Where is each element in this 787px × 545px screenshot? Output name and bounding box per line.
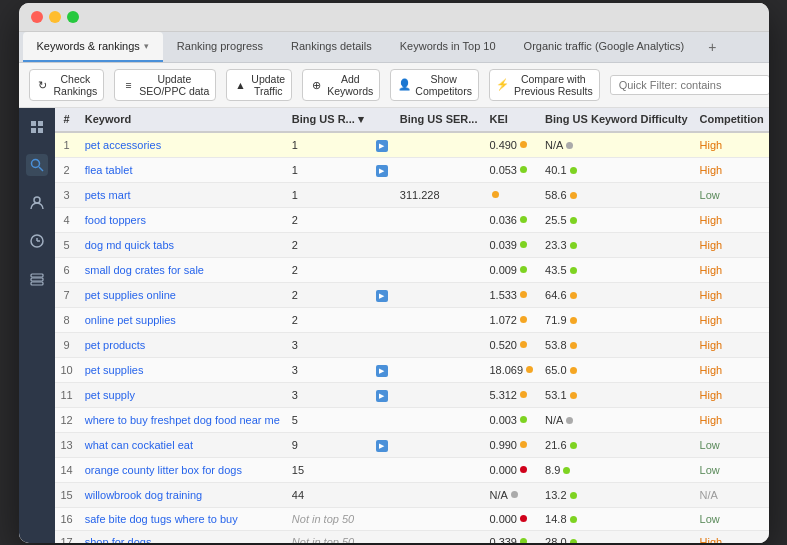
filter-area [610,75,769,95]
cell-competition: High [694,357,769,382]
cell-play [370,457,394,482]
cell-play[interactable] [370,282,394,307]
cell-bing-r: Not in top 50 [286,530,370,543]
table-header-row: # Keyword Bing US R... ▾ Bing US SER... … [55,108,769,132]
add-keywords-button[interactable]: ⊕ AddKeywords [302,69,380,101]
cell-play[interactable] [370,432,394,457]
cell-keyword[interactable]: dog md quick tabs [79,232,286,257]
cell-competition: High [694,132,769,158]
table-container[interactable]: # Keyword Bing US R... ▾ Bing US SER... … [55,108,769,543]
cell-bing-ser [394,382,484,407]
tab-label: Keywords in Top 10 [400,40,496,52]
cell-competition: High [694,232,769,257]
play-button[interactable] [376,440,388,452]
cell-kei [483,182,539,207]
plus-circle-icon: ⊕ [309,78,323,92]
cell-keyword[interactable]: pet supply [79,382,286,407]
cell-keyword[interactable]: pets mart [79,182,286,207]
traffic-icon: ▲ [233,78,247,92]
cell-rank: 11 [55,382,79,407]
update-traffic-button[interactable]: ▲ UpdateTraffic [226,69,292,101]
cell-bing-r: 2 [286,282,370,307]
col-competition[interactable]: Competition [694,108,769,132]
cell-kei: 0.490 [483,132,539,158]
cell-kei: 1.533 [483,282,539,307]
cell-keyword[interactable]: pet supplies online [79,282,286,307]
tab-label: Organic traffic (Google Analytics) [524,40,685,52]
cell-keyword[interactable]: pet supplies [79,357,286,382]
cell-play [370,207,394,232]
cell-play [370,232,394,257]
col-bing-ser[interactable]: Bing US SER... [394,108,484,132]
main-window: Keywords & rankings ▾ Ranking progress R… [19,3,769,543]
update-seo-ppc-button[interactable]: ≡ UpdateSEO/PPC data [114,69,216,101]
minimize-button[interactable] [49,11,61,23]
content-area: # Keyword Bing US R... ▾ Bing US SER... … [19,108,769,543]
cell-bing-ser [394,307,484,332]
cell-kei: 0.003 [483,407,539,432]
sidebar-icon-user[interactable] [26,192,48,214]
sidebar-icon-layers[interactable] [26,268,48,290]
cell-keyword[interactable]: where to buy freshpet dog food near me [79,407,286,432]
cell-keyword[interactable]: online pet supplies [79,307,286,332]
cell-keyword[interactable]: safe bite dog tugs where to buy [79,507,286,530]
cell-keyword[interactable]: what can cockatiel eat [79,432,286,457]
quick-filter-input[interactable] [610,75,769,95]
show-competitors-label: ShowCompetitors [415,73,472,97]
svg-rect-0 [31,121,36,126]
show-competitors-button[interactable]: 👤 ShowCompetitors [390,69,479,101]
svg-rect-2 [31,128,36,133]
cell-competition: High [694,407,769,432]
tab-keywords-rankings[interactable]: Keywords & rankings ▾ [23,32,163,62]
cell-keyword[interactable]: small dog crates for sale [79,257,286,282]
cell-keyword[interactable]: orange county litter box for dogs [79,457,286,482]
play-button[interactable] [376,290,388,302]
cell-competition: N/A [694,482,769,507]
compare-results-button[interactable]: ⚡ Compare withPrevious Results [489,69,600,101]
cell-play[interactable] [370,157,394,182]
cell-keyword[interactable]: pet accessories [79,132,286,158]
cell-bing-r: 2 [286,207,370,232]
add-tab-button[interactable]: + [698,33,726,61]
cell-play[interactable] [370,382,394,407]
cell-kei: 0.339 [483,530,539,543]
tab-organic-traffic[interactable]: Organic traffic (Google Analytics) [510,32,699,62]
cell-keyword[interactable]: food toppers [79,207,286,232]
sidebar-icon-clock[interactable] [26,230,48,252]
close-button[interactable] [31,11,43,23]
cell-bing-r: 3 [286,357,370,382]
table-row: 2flea tablet10.05340.1 High🔗www.petsmart… [55,157,769,182]
col-bing-r[interactable]: Bing US R... ▾ [286,108,370,132]
sidebar-icon-search[interactable] [26,154,48,176]
cell-rank: 17 [55,530,79,543]
sidebar [19,108,55,543]
cell-keyword[interactable]: willowbrook dog training [79,482,286,507]
sidebar-icon-grid[interactable] [26,116,48,138]
cell-play[interactable] [370,132,394,158]
tab-rankings-details[interactable]: Rankings details [277,32,386,62]
cell-difficulty: 8.9 [539,457,693,482]
cell-bing-ser [394,232,484,257]
tab-keywords-top10[interactable]: Keywords in Top 10 [386,32,510,62]
maximize-button[interactable] [67,11,79,23]
play-button[interactable] [376,365,388,377]
cell-rank: 4 [55,207,79,232]
check-rankings-button[interactable]: ↻ CheckRankings [29,69,105,101]
cell-keyword[interactable]: pet products [79,332,286,357]
col-keyword: Keyword [79,108,286,132]
cell-rank: 5 [55,232,79,257]
col-difficulty[interactable]: Bing US Keyword Difficulty [539,108,693,132]
svg-point-6 [34,197,40,203]
col-kei[interactable]: KEI [483,108,539,132]
cell-bing-ser [394,357,484,382]
table-row: 15willowbrook dog training44N/A13.2 N/A🔗… [55,482,769,507]
tab-ranking-progress[interactable]: Ranking progress [163,32,277,62]
play-button[interactable] [376,140,388,152]
cell-play[interactable] [370,357,394,382]
play-button[interactable] [376,390,388,402]
cell-keyword[interactable]: shop for dogs [79,530,286,543]
cell-bing-ser [394,257,484,282]
compare-label: Compare withPrevious Results [514,73,593,97]
cell-keyword[interactable]: flea tablet [79,157,286,182]
play-button[interactable] [376,165,388,177]
